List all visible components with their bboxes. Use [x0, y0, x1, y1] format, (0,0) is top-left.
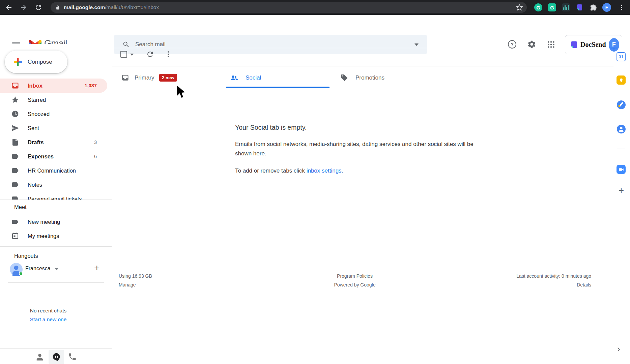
inbox-count: 1,087: [85, 83, 97, 88]
hangouts-user-row[interactable]: Francesca +: [0, 263, 112, 277]
start-new-chat-link[interactable]: Start a new one: [0, 316, 96, 323]
more-options-icon[interactable]: [164, 50, 172, 58]
phone-tab-icon[interactable]: [68, 352, 78, 362]
expand-rail-chevron-icon[interactable]: ›: [617, 344, 620, 354]
extensions-puzzle-icon[interactable]: [589, 3, 598, 12]
hangouts-tab-selected[interactable]: [49, 350, 64, 364]
toolbar-divider: [112, 66, 614, 66]
sidebar-item-new-meeting[interactable]: New meeting: [0, 215, 107, 229]
social-people-icon: [230, 74, 238, 82]
sidebar-item-hr-communication[interactable]: HR Communication: [0, 163, 107, 178]
label-tag-icon: [11, 166, 19, 175]
video-camera-icon: [11, 218, 19, 226]
url-path: /mail/u/0/?ibxr=0#inbox: [105, 4, 159, 10]
sidebar-item-inbox[interactable]: Inbox 1,087: [0, 79, 107, 93]
empty-state-title: Your Social tab is empty.: [235, 124, 483, 131]
expenses-count: 6: [94, 154, 97, 159]
refresh-icon[interactable]: [146, 50, 154, 58]
browser-forward-icon[interactable]: [20, 3, 28, 11]
inbox-settings-link[interactable]: inbox settings: [307, 168, 342, 174]
browser-profile-avatar[interactable]: F: [602, 3, 611, 12]
browser-reload-icon[interactable]: [34, 3, 42, 11]
storage-usage: Using 16.93 GB: [119, 272, 152, 280]
search-bar[interactable]: [114, 35, 427, 54]
promotions-tag-icon: [340, 74, 348, 82]
chevron-down-icon[interactable]: [55, 268, 58, 270]
sidebar-item-my-meetings[interactable]: My meetings: [0, 229, 107, 243]
sidebar-divider: [0, 200, 112, 200]
empty-state-body: Emails from social networks, media-shari…: [235, 140, 483, 158]
tab-primary[interactable]: Primary 2 new: [119, 67, 226, 88]
gmail-window: mail.google.com/mail/u/0/?ibxr=0#inbox G…: [0, 0, 630, 364]
tab-promotions[interactable]: Promotions: [330, 67, 433, 88]
help-icon[interactable]: ?: [508, 40, 516, 49]
program-policies-link[interactable]: Program Policies: [304, 272, 405, 280]
primary-new-badge: 2 new: [159, 74, 177, 82]
sidebar-item-personal-email-tickets[interactable]: Personal email tickets: [0, 192, 107, 200]
search-icon[interactable]: [122, 41, 130, 48]
url-host: mail.google.com: [64, 4, 105, 10]
grammarly-extension-icon[interactable]: G: [534, 3, 543, 12]
activity-details-link[interactable]: Details: [516, 280, 591, 289]
empty-state-hint: To add or remove tabs click inbox settin…: [235, 168, 483, 174]
manage-storage-link[interactable]: Manage: [119, 280, 152, 289]
analytics-extension-icon[interactable]: [562, 3, 570, 12]
select-all-checkbox[interactable]: [120, 51, 127, 58]
select-options-caret-icon[interactable]: [130, 54, 134, 56]
lock-icon: [55, 5, 60, 10]
keep-app-icon[interactable]: [617, 75, 626, 85]
inbox-icon: [11, 82, 19, 90]
meeting-calendar-icon: [11, 232, 19, 240]
sidebar-divider: [0, 348, 112, 349]
docsend-wordmark: DocSend: [580, 41, 606, 49]
draft-icon: [11, 138, 19, 146]
sidebar-item-notes[interactable]: Notes: [0, 178, 107, 192]
hangouts-section-title: Hangouts: [14, 253, 38, 259]
bookmark-star-icon[interactable]: [515, 3, 523, 11]
rail-divider: [617, 149, 625, 149]
powered-by-text: Powered by Google: [304, 280, 405, 289]
add-addon-icon[interactable]: +: [616, 185, 626, 195]
header-divider: [112, 48, 630, 48]
sidebar-item-drafts[interactable]: Drafts 3: [0, 135, 107, 149]
tab-row-divider: [112, 88, 614, 88]
settings-gear-icon[interactable]: [527, 40, 536, 49]
zoom-app-icon[interactable]: [617, 165, 626, 174]
sidebar-item-starred[interactable]: Starred: [0, 93, 107, 107]
meet-section-title: Meet: [14, 204, 27, 210]
gmail-header: Gmail ? DocSend F: [0, 15, 630, 44]
right-rail-divider: [614, 48, 614, 364]
tab-social[interactable]: Social: [226, 67, 330, 88]
online-status-dot: [19, 272, 23, 276]
compose-label: Compose: [28, 59, 52, 65]
contacts-app-icon[interactable]: [617, 124, 626, 134]
browser-back-icon[interactable]: [5, 3, 13, 11]
hangouts-user-name: Francesca: [25, 266, 51, 272]
label-tag-icon: [11, 195, 19, 200]
docsend-extension-icon[interactable]: [575, 3, 584, 12]
browser-menu-icon[interactable]: [617, 3, 626, 12]
clock-icon: [11, 110, 19, 118]
sidebar-item-sent[interactable]: Sent: [0, 121, 107, 135]
last-activity-text: Last account activity: 0 minutes ago: [516, 272, 591, 280]
contacts-tab-icon[interactable]: [35, 352, 45, 362]
sidebar-nav: Inbox 1,087 Starred Snoozed Sent: [0, 79, 112, 200]
tasks-app-icon[interactable]: [617, 100, 626, 110]
add-chat-icon[interactable]: +: [94, 263, 99, 273]
search-input[interactable]: [135, 41, 414, 48]
sidebar-item-expenses[interactable]: Expenses 6: [0, 149, 107, 163]
search-options-caret-icon[interactable]: [414, 43, 419, 46]
calendar-app-icon[interactable]: 31: [617, 52, 626, 62]
compose-plus-icon: [13, 57, 23, 67]
sidebar-item-snoozed[interactable]: Snoozed: [0, 107, 107, 121]
hangouts-logo-icon: [52, 353, 61, 361]
storage-footer: Using 16.93 GB Manage: [119, 272, 152, 289]
sidebar-divider: [0, 246, 112, 247]
label-tag-icon: [11, 152, 19, 160]
primary-tab-icon: [121, 74, 129, 82]
compose-button[interactable]: Compose: [5, 51, 67, 73]
no-recent-chats-text: No recent chats: [0, 308, 96, 314]
address-bar[interactable]: mail.google.com/mail/u/0/?ibxr=0#inbox: [51, 2, 527, 13]
grammarly-alt-extension-icon[interactable]: G: [548, 3, 556, 12]
send-icon: [11, 124, 19, 132]
